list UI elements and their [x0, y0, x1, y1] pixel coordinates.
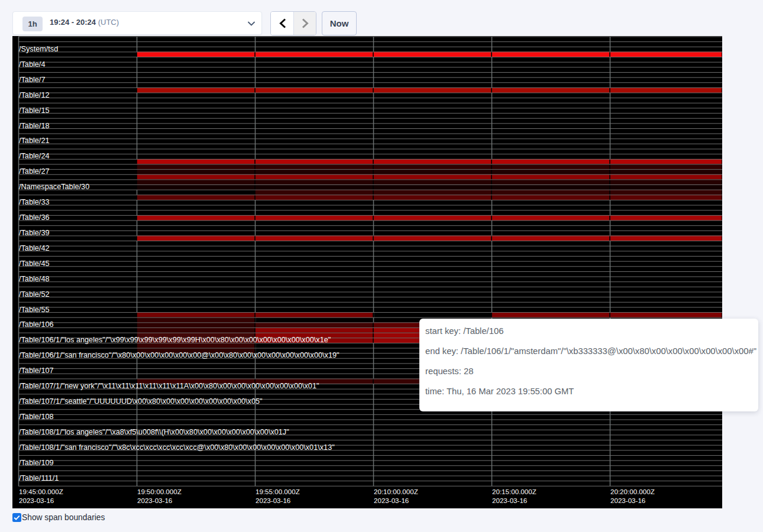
svg-text:/Table/107/1/"seattle"/"UUUUUU: /Table/107/1/"seattle"/"UUUUUUD\x00\x80\… [19, 397, 263, 406]
svg-text:/Table/4: /Table/4 [19, 60, 45, 69]
svg-text:2023-03-16: 2023-03-16 [610, 497, 645, 504]
svg-text:/Table/111/1: /Table/111/1 [19, 474, 59, 482]
svg-text:/NamespaceTable/30: /NamespaceTable/30 [19, 183, 89, 191]
svg-text:/System/tsd: /System/tsd [19, 45, 58, 53]
svg-text:/Table/27: /Table/27 [19, 167, 50, 176]
svg-text:/Table/39: /Table/39 [19, 229, 50, 237]
svg-text:/Table/107/1/"new york"/"\x11\: /Table/107/1/"new york"/"\x11\x11\x11\x1… [19, 382, 319, 390]
svg-text:2023-03-16: 2023-03-16 [137, 497, 172, 504]
svg-text:/Table/106/1/"san francisco"/": /Table/106/1/"san francisco"/"\x80\x00\x… [19, 351, 340, 359]
svg-text:/Table/33: /Table/33 [19, 198, 50, 206]
svg-text:19:55:00.000Z: 19:55:00.000Z [256, 488, 300, 495]
svg-text:/Table/108/1/"san francisco"/": /Table/108/1/"san francisco"/"\x8c\xcc\x… [19, 443, 335, 452]
svg-text:/Table/108/1/"los angeles"/"\x: /Table/108/1/"los angeles"/"\xa8\xf5\u00… [19, 428, 289, 436]
svg-text:20:15:00.000Z: 20:15:00.000Z [492, 488, 536, 495]
svg-text:/Table/52: /Table/52 [19, 290, 50, 299]
svg-text:/Table/18: /Table/18 [19, 122, 50, 130]
svg-text:/Table/48: /Table/48 [19, 275, 50, 283]
svg-text:/Table/107: /Table/107 [19, 366, 54, 375]
svg-text:19:45:00.000Z: 19:45:00.000Z [19, 488, 63, 495]
svg-text:2023-03-16: 2023-03-16 [374, 497, 409, 504]
svg-text:/Table/36: /Table/36 [19, 213, 50, 222]
svg-text:/Table/7: /Table/7 [19, 76, 45, 84]
svg-text:/Table/42: /Table/42 [19, 244, 50, 252]
svg-text:/Table/12: /Table/12 [19, 91, 50, 99]
svg-text:2023-03-16: 2023-03-16 [256, 497, 290, 504]
svg-text:/Table/55: /Table/55 [19, 306, 50, 314]
svg-text:/Table/109: /Table/109 [19, 459, 54, 467]
svg-text:20:20:00.000Z: 20:20:00.000Z [610, 488, 655, 495]
svg-text:2023-03-16: 2023-03-16 [19, 497, 54, 504]
svg-text:/Table/108: /Table/108 [19, 413, 54, 421]
svg-text:/Table/106/1/"los angeles"/"\x: /Table/106/1/"los angeles"/"\x99\x99\x99… [19, 336, 331, 344]
svg-text:/Table/21: /Table/21 [19, 137, 50, 145]
svg-text:2023-03-16: 2023-03-16 [492, 497, 527, 504]
svg-text:19:50:00.000Z: 19:50:00.000Z [137, 488, 182, 495]
svg-text:/Table/24: /Table/24 [19, 152, 50, 160]
svg-text:/Table/106: /Table/106 [19, 320, 54, 329]
svg-text:/Table/45: /Table/45 [19, 259, 50, 268]
svg-text:/Table/15: /Table/15 [19, 106, 50, 115]
svg-text:20:10:00.000Z: 20:10:00.000Z [374, 488, 418, 495]
